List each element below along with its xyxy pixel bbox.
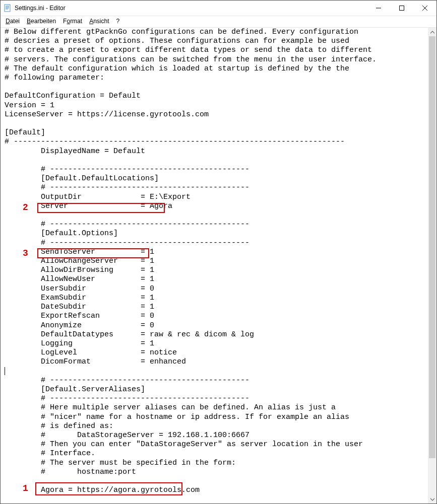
vertical-scrollbar[interactable] <box>428 28 436 503</box>
menu-edit[interactable]: Bearbeiten <box>27 18 56 25</box>
scroll-down-arrow[interactable] <box>428 495 436 503</box>
scroll-thumb[interactable] <box>429 36 435 458</box>
menubar: Datei Bearbeiten Format Ansicht ? <box>1 16 436 27</box>
text-caret <box>5 367 5 375</box>
window-title: Settings.ini - Editor <box>15 5 367 12</box>
menu-format[interactable]: Format <box>63 18 82 25</box>
minimize-button[interactable] <box>367 1 390 16</box>
close-button[interactable] <box>413 1 436 16</box>
scroll-track[interactable] <box>428 36 436 495</box>
content-area: # Below different gtPacknGo configuratio… <box>1 27 436 503</box>
titlebar: Settings.ini - Editor <box>1 1 436 16</box>
menu-help[interactable]: ? <box>116 18 120 25</box>
window-controls <box>367 1 436 16</box>
maximize-button[interactable] <box>390 1 413 16</box>
text-editor[interactable]: # Below different gtPacknGo configuratio… <box>1 28 436 503</box>
scroll-up-arrow[interactable] <box>428 28 436 36</box>
app-icon <box>4 4 12 12</box>
menu-file[interactable]: Datei <box>6 18 20 25</box>
svg-rect-6 <box>400 6 404 11</box>
menu-view[interactable]: Ansicht <box>89 18 109 25</box>
window-frame: Settings.ini - Editor Datei Bearbeiten F… <box>0 0 437 504</box>
